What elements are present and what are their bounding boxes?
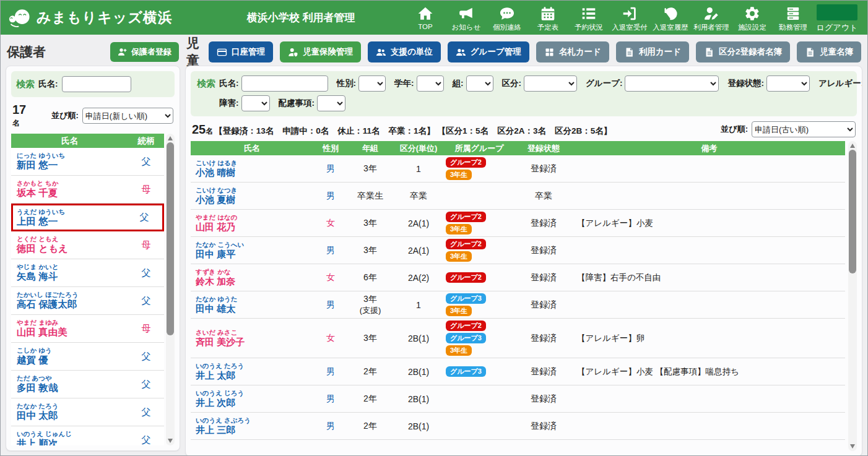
guardians-card: 検索 氏名: 17名 並び順: 申請日(新しい順) 氏名 続柄 にった ゆういち… bbox=[6, 66, 180, 451]
child-gender: 男 bbox=[313, 245, 348, 256]
filter-組: 組: bbox=[453, 75, 493, 92]
nav-item-予約状況[interactable]: 予約状況 bbox=[569, 3, 609, 32]
child-name: 田中 康平 bbox=[196, 249, 313, 260]
guardian-row[interactable]: たなか たろう田中 太郎父 bbox=[11, 398, 164, 426]
child-name-cell[interactable]: さいだ みさこ斉田 美沙子 bbox=[191, 329, 313, 348]
child-kubun: 2A(1) bbox=[393, 218, 445, 228]
child-grade: 2年 bbox=[348, 421, 393, 432]
main-content: 保護者 保護者登録 検索 氏名: 17名 並び順: 申請日(新しい順) bbox=[1, 35, 867, 456]
button-利用カード[interactable]: 利用カード bbox=[616, 41, 689, 62]
app-logo[interactable]: みまもりキッズ横浜 bbox=[8, 6, 173, 30]
filter-select[interactable] bbox=[358, 75, 386, 92]
children-count-unit: 名 bbox=[206, 127, 213, 136]
guardian-row[interactable]: ただ あつや多田 敦哉父 bbox=[11, 371, 164, 398]
filter-select[interactable] bbox=[766, 75, 810, 92]
guardian-row[interactable]: たかいし ほごたろう高石 保護太郎父 bbox=[11, 287, 164, 315]
nav-item-施設設定[interactable]: 施設設定 bbox=[732, 3, 772, 32]
filter-name-input[interactable] bbox=[241, 75, 328, 92]
child-name-cell[interactable]: たなか こうへい田中 康平 bbox=[191, 241, 313, 260]
children-scrollbar[interactable] bbox=[848, 141, 857, 451]
group-badge: グループ2 bbox=[446, 239, 486, 249]
guardians-name-input[interactable] bbox=[62, 76, 131, 92]
nav-item-予定表[interactable]: 予定表 bbox=[528, 3, 568, 32]
guardians-scrollbar-thumb[interactable] bbox=[167, 142, 174, 335]
guardian-relation: 父 bbox=[128, 379, 164, 390]
children-sort-select[interactable]: 申請日(古い順) bbox=[752, 121, 856, 137]
filter-select[interactable] bbox=[466, 75, 493, 92]
filter-select[interactable] bbox=[524, 75, 577, 92]
filter-select[interactable] bbox=[241, 95, 270, 111]
guardian-row[interactable]: やまだ まゆみ山田 真由美母 bbox=[11, 315, 164, 343]
logout-button[interactable]: ログアウト bbox=[813, 2, 861, 33]
nav-item-お知らせ[interactable]: お知らせ bbox=[446, 3, 486, 32]
filter-学年: 学年: bbox=[394, 75, 444, 92]
nav-item-TOP[interactable]: TOP bbox=[406, 3, 445, 30]
guardian-relation: 父 bbox=[128, 434, 164, 446]
children-scrollbar-thumb[interactable] bbox=[849, 150, 856, 273]
guardian-row[interactable]: うえだ ゆういち上田 悠一父 bbox=[11, 204, 164, 231]
nav-item-利用者管理[interactable]: 利用者管理 bbox=[692, 3, 731, 32]
button-区分2登録者名簿[interactable]: 区分2登録者名簿 bbox=[696, 41, 790, 62]
child-furigana: やまだ はなの bbox=[196, 213, 313, 222]
nav-item-入退室受付[interactable]: 入退室受付 bbox=[610, 3, 649, 32]
guardian-row[interactable]: いのうえ じゅんじ井上 順次父 bbox=[11, 426, 164, 445]
child-name-cell[interactable]: いのうえ たろう井上 太郎 bbox=[191, 362, 313, 381]
guardian-row[interactable]: にった ゆういち新田 悠一父 bbox=[11, 148, 164, 176]
child-name-cell[interactable]: こいけ なつき小池 夏樹 bbox=[191, 186, 313, 205]
guardians-col-name: 氏名 bbox=[11, 136, 128, 147]
filter-select[interactable] bbox=[317, 95, 345, 111]
child-groups: グループ23年生 bbox=[445, 212, 514, 234]
scroll-down-arrow-icon[interactable] bbox=[168, 439, 173, 443]
child-name: 井上 太郎 bbox=[196, 370, 313, 381]
button-児童保険管理[interactable]: 児童保険管理 bbox=[280, 41, 361, 62]
children-title: 児童 bbox=[186, 35, 202, 69]
guardians-scrollbar[interactable] bbox=[166, 134, 175, 445]
child-name: 井上 次郎 bbox=[196, 397, 313, 408]
logout-label: ログアウト bbox=[817, 22, 858, 33]
children-filter-box: 検索 氏名:性別:学年:組:区分:グループ:登録状態:アレルギー: 障害:配慮事… bbox=[191, 71, 857, 116]
guardian-name-cell: やまだ まゆみ山田 真由美 bbox=[17, 319, 128, 338]
scroll-up-arrow-icon[interactable] bbox=[168, 136, 173, 140]
child-gender: 女 bbox=[313, 218, 348, 229]
child-name-cell[interactable]: すずき かな鈴木 加奈 bbox=[191, 268, 313, 287]
guardians-list-header: 氏名 続柄 bbox=[11, 134, 164, 148]
register-guardian-button[interactable]: 保護者登録 bbox=[110, 42, 179, 62]
guardian-row[interactable]: とくだ ともえ徳田 ともえ母 bbox=[11, 231, 164, 259]
children-sort-label: 並び順: bbox=[721, 124, 748, 135]
filter-select[interactable] bbox=[417, 75, 444, 92]
guardian-row[interactable]: こしか ゆう越賀 優父 bbox=[11, 343, 164, 371]
group-badge: グループ2 bbox=[446, 320, 486, 331]
guardian-name-cell: さかもと ちか坂本 千夏 bbox=[17, 179, 128, 199]
button-名札カード[interactable]: 名札カード bbox=[536, 41, 609, 62]
guardians-sort-select[interactable]: 申請日(新しい順) bbox=[82, 108, 173, 124]
children-stats: 25名 【登録済：13名申請中：0名休止：11名卒業：1名】【区分1：5名区分2… bbox=[192, 123, 614, 137]
child-name-cell[interactable]: こいけ はるき小池 晴樹 bbox=[191, 159, 313, 178]
scroll-down-arrow-icon[interactable] bbox=[850, 444, 855, 449]
guardian-name: 山田 真由美 bbox=[17, 327, 128, 338]
button-児童名簿[interactable]: 児童名簿 bbox=[797, 41, 861, 62]
scroll-up-arrow-icon[interactable] bbox=[850, 144, 855, 148]
child-name-cell[interactable]: いのうえ さぶろう井上 三郎 bbox=[191, 416, 313, 436]
nav-item-入退室履歴[interactable]: 入退室履歴 bbox=[651, 3, 690, 32]
filter-select[interactable] bbox=[625, 75, 719, 92]
child-kubun: 2A(1) bbox=[393, 246, 445, 256]
child-name-cell[interactable]: たなか ゆうた田中 雄太 bbox=[191, 295, 313, 314]
child-kubun: 2A(2) bbox=[393, 273, 445, 283]
button-口座管理[interactable]: 口座管理 bbox=[209, 41, 273, 62]
group-badge: グループ2 bbox=[446, 212, 486, 222]
guardian-name-cell: うえだ ゆういち上田 悠一 bbox=[17, 208, 126, 228]
children-panel-head: 児童 口座管理児童保険管理支援の単位グループ管理名札カード利用カード区分2登録者… bbox=[185, 38, 862, 66]
filter-label: グループ: bbox=[586, 78, 622, 89]
guardians-name-label: 氏名: bbox=[38, 79, 58, 90]
nav-item-個別連絡[interactable]: 個別連絡 bbox=[487, 3, 527, 32]
button-グループ管理[interactable]: グループ管理 bbox=[448, 41, 529, 62]
child-name-cell[interactable]: いのうえ じろう井上 次郎 bbox=[191, 389, 313, 408]
child-name-cell[interactable]: やまだ はなの山田 花乃 bbox=[191, 213, 313, 233]
child-row: こいけ はるき小池 晴樹男3年1グループ23年生登録済 bbox=[191, 155, 845, 183]
button-支援の単位[interactable]: 支援の単位 bbox=[368, 41, 441, 62]
guardian-row[interactable]: やじま かいと矢島 海斗父 bbox=[11, 259, 164, 287]
nav-item-勤務管理[interactable]: 勤務管理 bbox=[773, 3, 813, 32]
guardian-row[interactable]: さかもと ちか坂本 千夏母 bbox=[11, 176, 164, 204]
document-icon bbox=[624, 47, 635, 58]
person-shield-icon bbox=[288, 47, 298, 58]
